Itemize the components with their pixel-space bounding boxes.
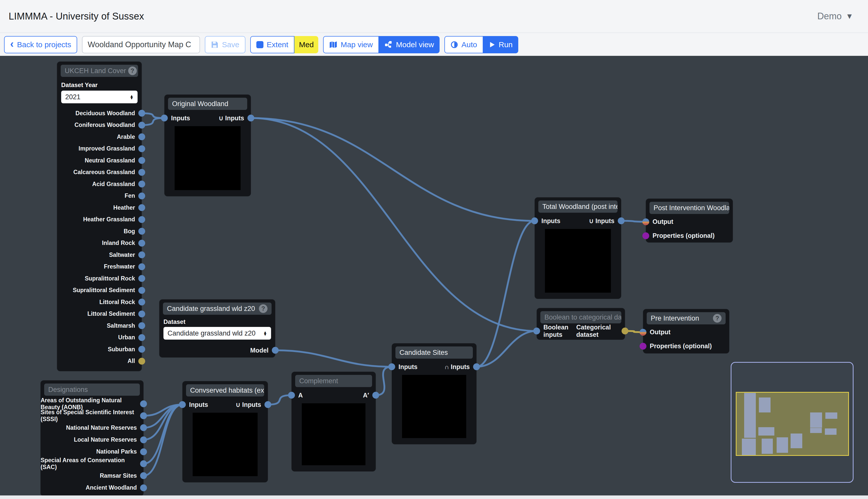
dataset-select[interactable]: Candidate grassland wld z20 ▲▼ xyxy=(163,327,271,340)
output-port[interactable] xyxy=(247,115,254,122)
land-cover-output-row: Saltmarsh xyxy=(57,320,142,332)
node-pre-intervention[interactable]: Pre Intervention ? Output Properties (op… xyxy=(643,309,729,353)
run-button[interactable]: Run xyxy=(483,36,518,53)
input-port[interactable] xyxy=(288,392,295,399)
node-title-input[interactable]: Convserved habitats (exclude xyxy=(186,384,264,397)
output-port[interactable] xyxy=(140,424,147,431)
edge xyxy=(144,405,183,464)
output-port[interactable] xyxy=(138,228,145,235)
input-port[interactable] xyxy=(643,232,649,239)
output-port[interactable] xyxy=(372,392,379,399)
designation-output-row: Sites of Special Scientific Interest (SS… xyxy=(41,410,143,422)
node-title-input[interactable]: Complement xyxy=(295,375,372,387)
output-port[interactable] xyxy=(140,472,147,479)
help-icon[interactable]: ? xyxy=(128,66,137,75)
output-port[interactable] xyxy=(138,181,145,187)
save-button[interactable]: Save xyxy=(205,36,245,53)
node-boolean-to-categorical[interactable]: Boolean to categorical dataset Boolean i… xyxy=(537,308,625,340)
input-port-label: Inputs xyxy=(541,217,560,224)
input-port[interactable] xyxy=(179,401,186,408)
output-port[interactable] xyxy=(138,275,145,282)
output-port[interactable] xyxy=(138,216,145,223)
minimap-node xyxy=(826,412,837,419)
map-view-button[interactable]: Map view xyxy=(323,36,379,53)
output-port[interactable] xyxy=(622,328,628,334)
node-title-input[interactable]: Candidate grassland wld z20 ? xyxy=(163,303,271,315)
output-port[interactable] xyxy=(138,134,145,141)
output-port[interactable] xyxy=(138,252,145,258)
help-icon[interactable]: ? xyxy=(259,304,268,313)
output-port[interactable] xyxy=(140,460,147,467)
output-port[interactable] xyxy=(138,334,145,341)
node-original-woodland[interactable]: Original Woodland Inputs ∪ Inputs xyxy=(164,95,251,196)
user-menu[interactable]: Demo ▼ xyxy=(817,11,853,22)
auto-toggle-button[interactable]: Auto xyxy=(444,36,483,53)
output-port[interactable] xyxy=(138,169,145,175)
back-to-projects-button[interactable]: ‹ Back to projects xyxy=(4,36,77,53)
node-designations[interactable]: Designations Areas of Outstanding Natura… xyxy=(41,380,143,496)
resolution-badge[interactable]: Med xyxy=(294,36,318,53)
node-complement[interactable]: Complement A A′ xyxy=(292,372,376,471)
output-port[interactable] xyxy=(138,157,145,164)
output-port[interactable] xyxy=(138,110,145,117)
input-port[interactable] xyxy=(639,343,646,350)
minimap-node xyxy=(759,398,771,412)
input-port[interactable] xyxy=(161,115,168,122)
output-port[interactable] xyxy=(265,401,271,408)
output-port[interactable] xyxy=(140,400,147,407)
output-port[interactable] xyxy=(138,311,145,317)
extent-group: Extent Med xyxy=(250,36,318,53)
output-port-label: ∩ Inputs xyxy=(444,363,470,370)
output-port[interactable] xyxy=(138,122,145,129)
node-title-input[interactable]: Designations xyxy=(44,384,140,396)
edge xyxy=(251,118,535,221)
node-title-input[interactable]: Post Intervention Woodland ? xyxy=(649,202,729,214)
model-view-button[interactable]: Model view xyxy=(379,36,440,53)
model-canvas[interactable]: UKCEH Land Cover ? Dataset Year 2021 ▲▼ … xyxy=(0,56,868,499)
output-port[interactable] xyxy=(473,364,480,370)
output-port[interactable] xyxy=(138,240,145,246)
input-port[interactable] xyxy=(533,328,540,334)
output-port-label: Categorical dataset xyxy=(576,324,618,338)
input-port[interactable] xyxy=(531,218,538,224)
node-title-input[interactable]: UKCEH Land Cover ? xyxy=(61,65,138,77)
output-port[interactable] xyxy=(272,347,279,354)
output-port[interactable] xyxy=(140,412,147,419)
dataset-year-value: 2021 xyxy=(65,93,81,101)
node-candidate-sites[interactable]: Candidate Sites Inputs ∩ Inputs xyxy=(392,343,476,444)
node-candidate-grassland[interactable]: Candidate grassland wld z20 ? Dataset Ca… xyxy=(159,300,275,357)
node-title-input[interactable]: Candidate Sites xyxy=(395,346,473,358)
dataset-year-select[interactable]: 2021 ▲▼ xyxy=(61,90,137,103)
minimap-node xyxy=(744,393,756,438)
minimap[interactable] xyxy=(731,362,854,483)
extent-button[interactable]: Extent xyxy=(250,36,294,53)
help-icon[interactable]: ? xyxy=(713,314,722,322)
node-post-intervention-woodland[interactable]: Post Intervention Woodland ? Output Prop… xyxy=(646,199,733,242)
input-port[interactable] xyxy=(388,364,395,370)
input-port[interactable] xyxy=(639,329,646,336)
node-ukceh-land-cover[interactable]: UKCEH Land Cover ? Dataset Year 2021 ▲▼ … xyxy=(57,62,142,371)
node-total-woodland[interactable]: Total Woodland (post interven Inputs ∪ I… xyxy=(535,197,621,299)
output-port[interactable] xyxy=(138,145,145,152)
project-name-input[interactable] xyxy=(82,36,200,53)
horizontal-scrollbar[interactable] xyxy=(0,496,868,499)
node-title-input[interactable]: Pre Intervention ? xyxy=(647,312,725,324)
node-title-input[interactable]: Boolean to categorical dataset xyxy=(540,311,621,324)
output-port[interactable] xyxy=(138,204,145,211)
output-port[interactable] xyxy=(138,263,145,270)
output-port[interactable] xyxy=(138,192,145,199)
node-title-input[interactable]: Total Woodland (post interven xyxy=(538,200,618,213)
output-port[interactable] xyxy=(138,287,145,294)
output-port[interactable] xyxy=(138,346,145,353)
input-port[interactable] xyxy=(643,218,649,225)
output-port[interactable] xyxy=(138,322,145,329)
output-port[interactable] xyxy=(140,448,147,455)
node-conserved-habitats[interactable]: Convserved habitats (exclude Inputs ∪ In… xyxy=(183,381,268,482)
output-port[interactable] xyxy=(140,436,147,443)
output-port[interactable] xyxy=(140,484,147,491)
output-port[interactable] xyxy=(138,299,145,306)
output-port[interactable] xyxy=(618,218,625,224)
node-title-input[interactable]: Original Woodland xyxy=(168,98,247,110)
land-cover-output-row: Calcareous Grassland xyxy=(57,167,142,179)
output-port[interactable] xyxy=(138,357,145,364)
